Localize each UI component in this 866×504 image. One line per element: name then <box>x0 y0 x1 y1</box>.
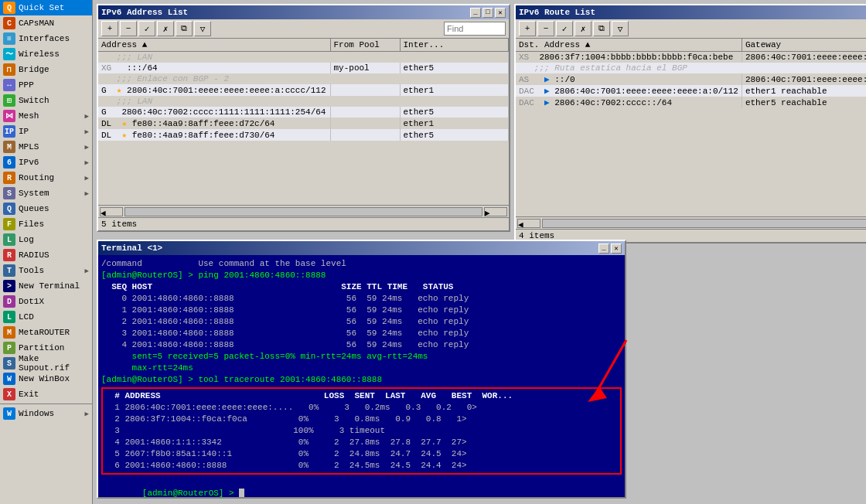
sidebar-item-label: Switch <box>19 96 49 105</box>
ip-icon: IP <box>3 125 15 138</box>
terminal-body[interactable]: /command Use command at the base level [… <box>98 255 625 497</box>
sidebar-item-wireless[interactable]: 〜 Wireless <box>0 46 92 62</box>
find-input[interactable] <box>444 22 506 36</box>
sidebar-item-label: Mesh <box>19 111 39 121</box>
sidebar-item-label: Exit <box>19 390 39 399</box>
close-button[interactable]: ✕ <box>611 243 622 254</box>
col-address[interactable]: Address ▲ <box>98 39 330 52</box>
sidebar-item-files[interactable]: F Files <box>0 216 92 232</box>
terminal-line: 3 2001:4860:4860::8888 56 59 24ms echo r… <box>101 328 622 339</box>
table-row[interactable]: XS 2806:3f7:1004:bbbb:bbbb:bbbb:f0ca:beb… <box>516 52 866 63</box>
sidebar-item-tools[interactable]: T Tools ▶ <box>0 263 92 278</box>
table-row[interactable]: XG :::/64 my-pool ether5 <box>98 63 509 73</box>
sidebar-item-label: New WinBox <box>19 374 70 383</box>
sidebar-item-ipv6[interactable]: 6 IPv6 ▶ <box>0 155 92 170</box>
sidebar-item-mesh[interactable]: ⋈ Mesh ▶ <box>0 108 92 124</box>
sidebar-item-queues[interactable]: Q Queues <box>0 201 92 216</box>
maximize-button[interactable]: □ <box>482 8 493 18</box>
sidebar-item-label: MPLS <box>19 142 39 152</box>
col-dst-address[interactable]: Dst. Address ▲ <box>516 39 742 52</box>
enable-button[interactable]: ✓ <box>556 21 573 36</box>
sidebar-item-label: IP <box>19 127 29 136</box>
system-icon: S <box>3 187 15 199</box>
sidebar-item-ppp[interactable]: ↔ PPP <box>0 77 92 93</box>
sidebar-item-capsman[interactable]: C CAPsMAN <box>0 15 92 31</box>
windows-icon: W <box>3 407 15 420</box>
add-button[interactable]: + <box>101 21 118 36</box>
hscroll-area[interactable]: ◀ ▶ <box>516 216 866 229</box>
col-interface[interactable]: Inter... <box>400 39 509 52</box>
interfaces-icon: ≡ <box>3 32 15 45</box>
hscroll-area[interactable]: ◀ ▶ <box>98 205 509 217</box>
sidebar-item-quick-set[interactable]: Q Quick Set <box>0 0 92 15</box>
main-content: IPv6 Address List _ □ ✕ + − ✓ ✗ ⧉ ▽ <box>93 0 866 504</box>
sidebar-item-new-winbox[interactable]: W New WinBox <box>0 371 92 387</box>
table-row: ;;; Ruta estatica hacia el BGP <box>516 63 866 73</box>
dst-address-cell: XS 2806:3f7:1004:bbbb:bbbb:bbbb:f0ca:beb… <box>516 52 742 63</box>
sidebar-item-label: Routing <box>19 173 54 182</box>
new-winbox-icon: W <box>3 373 15 385</box>
quick-set-icon: Q <box>3 2 15 14</box>
sidebar-item-make-supout[interactable]: S Make Supout.rif <box>0 356 92 371</box>
filter-button[interactable]: ▽ <box>612 21 629 36</box>
sidebar-item-radius[interactable]: R RADIUS <box>0 247 92 263</box>
sidebar-item-log[interactable]: L Log <box>0 232 92 247</box>
add-button[interactable]: + <box>519 21 536 36</box>
table-row[interactable]: G 2806:40c:7002:cccc:1111:1111:1111:254/… <box>98 107 509 117</box>
sidebar-item-label: LCD <box>19 312 34 322</box>
table-row[interactable]: AS ▶ ::/0 2806:40c:7001:eeee:eeee:eeee:a… <box>516 73 866 85</box>
sidebar-item-system[interactable]: S System ▶ <box>0 186 92 201</box>
chevron-icon: ▶ <box>85 112 89 121</box>
sidebar-item-windows[interactable]: W Windows ▶ <box>0 406 92 421</box>
remove-button[interactable]: − <box>120 21 137 36</box>
sidebar-item-dot1x[interactable]: D Dot1X <box>0 294 92 309</box>
remove-button[interactable]: − <box>537 21 554 36</box>
terminal-title: Terminal <1> <box>101 243 162 253</box>
close-button[interactable]: ✕ <box>495 8 506 18</box>
sidebar-item-metarouter[interactable]: M MetaROUTER <box>0 325 92 340</box>
copy-button[interactable]: ⧉ <box>176 21 193 36</box>
col-from-pool[interactable]: From Pool <box>330 39 400 52</box>
comment-cell: ;;; LAN <box>98 96 509 107</box>
sidebar-item-new-terminal[interactable]: > New Terminal <box>0 278 92 294</box>
table-row[interactable]: DAC ▶ 2806:40c:7002:cccc::/64 ether5 rea… <box>516 97 866 108</box>
disable-button[interactable]: ✗ <box>157 21 174 36</box>
sidebar-item-label: IPv6 <box>19 158 39 167</box>
table-row[interactable]: DAC ▶ 2806:40c:7001:eeee:eeee:eeee:a:0/1… <box>516 85 866 97</box>
table-row[interactable]: DL ★ fe80::4aa9:8aff:feee:d730/64 ether5 <box>98 129 509 141</box>
minimize-button[interactable]: _ <box>598 243 609 254</box>
tools-icon: T <box>3 264 15 277</box>
enable-button[interactable]: ✓ <box>138 21 155 36</box>
hscroll-left[interactable]: ◀ <box>517 219 540 228</box>
ipv6-addr-title: IPv6 Address List <box>101 8 188 17</box>
sidebar-item-partition[interactable]: P Partition <box>0 340 92 356</box>
table-row[interactable]: DL ★ fe80::4aa9:8aff:feee:d72c/64 ether1 <box>98 117 509 129</box>
sidebar-item-routing[interactable]: R Routing ▶ <box>0 170 92 186</box>
table-row[interactable]: G ★ 2806:40c:7001:eeee:eeee:eeee:a:cccc/… <box>98 84 509 96</box>
sidebar-item-ip[interactable]: IP IP ▶ <box>0 124 92 139</box>
minimize-button[interactable]: _ <box>470 8 481 18</box>
gateway-cell: 2806:40c:7001:eeee:eeee:eeee:a:ffff reac… <box>742 73 866 85</box>
hscroll-track[interactable] <box>124 207 482 216</box>
hscroll-track[interactable] <box>542 219 866 228</box>
radius-icon: R <box>3 249 15 261</box>
sidebar-item-label: PPP <box>19 80 34 90</box>
hscroll-left[interactable]: ◀ <box>100 207 123 216</box>
lcd-icon: L <box>3 311 15 323</box>
sidebar-item-interfaces[interactable]: ≡ Interfaces <box>0 31 92 46</box>
sidebar-item-mpls[interactable]: M MPLS ▶ <box>0 139 92 155</box>
sidebar-item-switch[interactable]: ⊞ Switch <box>0 93 92 108</box>
disable-button[interactable]: ✗ <box>574 21 592 36</box>
sidebar-item-bridge[interactable]: ⊓ Bridge <box>0 62 92 77</box>
copy-button[interactable]: ⧉ <box>593 21 610 36</box>
from-pool-cell <box>330 107 400 117</box>
from-pool-cell: my-pool <box>330 63 400 73</box>
filter-button[interactable]: ▽ <box>194 21 211 36</box>
sidebar-item-lcd[interactable]: L LCD <box>0 309 92 325</box>
col-gateway[interactable]: Gateway <box>742 39 866 52</box>
sidebar-divider <box>0 404 92 404</box>
terminal-line: /command Use command at the base level <box>101 258 622 270</box>
sidebar-item-exit[interactable]: X Exit <box>0 387 92 402</box>
log-icon: L <box>3 233 15 246</box>
hscroll-right[interactable]: ▶ <box>484 207 507 216</box>
